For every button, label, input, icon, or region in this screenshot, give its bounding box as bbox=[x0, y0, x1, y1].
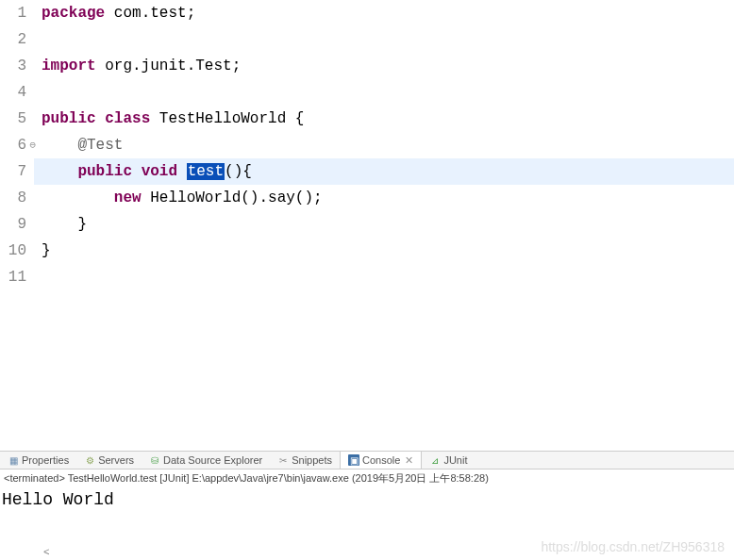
code-line[interactable]: } bbox=[34, 211, 734, 238]
horizontal-scroll-indicator[interactable]: < bbox=[43, 547, 50, 558]
code-line[interactable] bbox=[34, 264, 734, 290]
line-number: 3 bbox=[0, 53, 26, 79]
selected-text: test bbox=[187, 163, 225, 180]
code-line[interactable]: public class TestHelloWorld { bbox=[34, 106, 734, 132]
line-number: 10 bbox=[0, 238, 26, 264]
code-token: class bbox=[105, 110, 150, 127]
tab-label: Servers bbox=[98, 454, 134, 466]
line-number: 9 bbox=[0, 211, 26, 238]
code-token bbox=[177, 163, 187, 180]
line-number: 5 bbox=[0, 106, 26, 132]
line-number: 6 bbox=[0, 132, 26, 158]
code-line[interactable]: } bbox=[34, 238, 734, 264]
tab-label: Snippets bbox=[292, 454, 332, 466]
line-number: 1 bbox=[0, 0, 26, 26]
code-line[interactable]: import org.junit.Test; bbox=[34, 53, 734, 79]
code-token: public bbox=[42, 110, 96, 127]
tab-data-source[interactable]: ⛁Data Source Explorer bbox=[142, 452, 270, 469]
line-number: 2 bbox=[0, 26, 26, 53]
code-token: @Test bbox=[77, 137, 123, 154]
code-token bbox=[42, 189, 114, 206]
code-line[interactable] bbox=[34, 26, 734, 53]
console-icon: ▣ bbox=[348, 454, 359, 466]
line-number-gutter: 1234567891011 bbox=[0, 0, 34, 451]
watermark: https://blog.csdn.net/ZH956318 bbox=[541, 539, 725, 554]
code-token bbox=[96, 110, 106, 127]
tab-label: Console bbox=[362, 454, 400, 466]
close-icon[interactable]: ✕ bbox=[405, 454, 413, 467]
code-line[interactable]: package com.test; bbox=[34, 0, 734, 26]
code-editor[interactable]: 1234567891011 package com.test;import or… bbox=[0, 0, 734, 451]
code-token: TestHelloWorld { bbox=[150, 110, 304, 127]
code-token bbox=[42, 137, 77, 154]
line-number: 4 bbox=[0, 79, 26, 106]
view-tab-bar: ▦Properties⚙Servers⛁Data Source Explorer… bbox=[0, 451, 734, 469]
servers-icon: ⚙ bbox=[84, 454, 95, 466]
code-token: org.junit.Test; bbox=[96, 58, 242, 74]
code-token: public bbox=[77, 163, 132, 180]
tab-console[interactable]: ▣Console✕ bbox=[340, 452, 422, 469]
code-line[interactable]: @Test bbox=[34, 132, 734, 158]
code-line[interactable] bbox=[34, 79, 734, 106]
console-status-line: <terminated> TestHelloWorld.test [JUnit]… bbox=[0, 469, 734, 486]
tab-label: JUnit bbox=[443, 454, 467, 466]
tab-junit[interactable]: ⊿JUnit bbox=[422, 452, 475, 469]
code-token: void bbox=[142, 163, 177, 180]
code-line[interactable]: new HelloWorld().say(); bbox=[34, 185, 734, 211]
snippets-icon: ✂ bbox=[277, 454, 289, 466]
tab-label: Properties bbox=[22, 454, 69, 466]
line-number: 8 bbox=[0, 185, 26, 211]
line-number: 7 bbox=[0, 158, 26, 185]
code-token: com.test; bbox=[105, 5, 195, 22]
code-token bbox=[42, 163, 77, 180]
tab-properties[interactable]: ▦Properties bbox=[0, 452, 76, 469]
console-output[interactable]: Hello World bbox=[0, 486, 734, 543]
code-line[interactable]: public void test(){ bbox=[34, 158, 734, 185]
tab-servers[interactable]: ⚙Servers bbox=[76, 452, 142, 469]
code-token: } bbox=[42, 216, 87, 233]
tab-snippets[interactable]: ✂Snippets bbox=[270, 452, 340, 469]
properties-icon: ▦ bbox=[8, 454, 19, 466]
tab-label: Data Source Explorer bbox=[163, 454, 262, 466]
code-token: new bbox=[114, 189, 142, 206]
code-token: } bbox=[42, 242, 51, 259]
junit-icon: ⊿ bbox=[429, 454, 441, 466]
line-number: 11 bbox=[0, 264, 26, 290]
data-source-icon: ⛁ bbox=[149, 454, 160, 466]
code-token bbox=[132, 163, 142, 180]
code-content[interactable]: package com.test;import org.junit.Test;p… bbox=[34, 0, 734, 451]
code-token: (){ bbox=[225, 163, 252, 180]
code-token: HelloWorld().say(); bbox=[142, 189, 323, 206]
code-token: import bbox=[42, 58, 96, 74]
code-token: package bbox=[42, 5, 105, 22]
